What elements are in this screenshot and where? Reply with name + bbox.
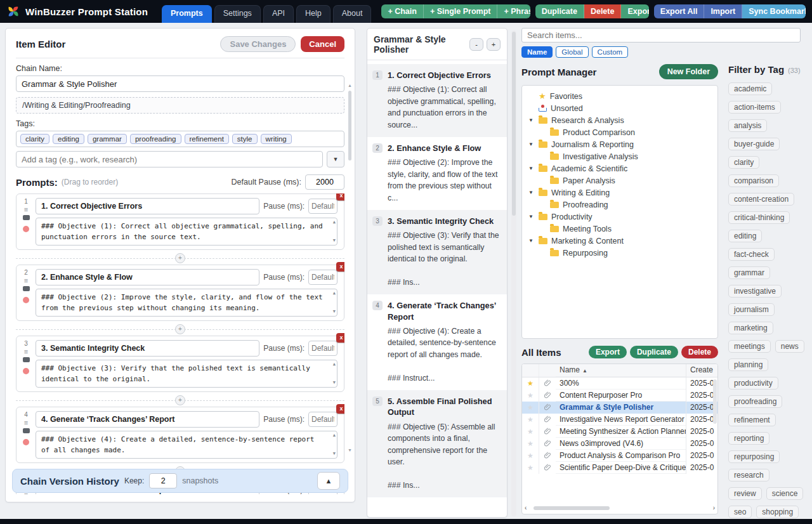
editor-tag-chip[interactable]: style xyxy=(232,134,258,144)
new-folder-button[interactable]: New Folder xyxy=(659,64,718,79)
filter-tag-chip[interactable]: analysis xyxy=(728,119,767,132)
prompt-title-input[interactable] xyxy=(36,340,259,357)
scroll-down-icon[interactable]: ▼ xyxy=(347,448,353,452)
filter-tag-chip[interactable]: science xyxy=(766,487,804,500)
filter-tag-chip[interactable]: repurposing xyxy=(728,450,780,463)
tree-subfolder[interactable]: Paper Analysis xyxy=(522,174,717,187)
preview-step[interactable]: 11. Correct Objective Errors### Objectiv… xyxy=(367,64,507,137)
caret-down-icon[interactable]: ▼ xyxy=(528,238,535,244)
star-icon[interactable]: ★ xyxy=(522,414,539,426)
filter-tag-chip[interactable]: comparison xyxy=(728,174,779,187)
drag-handle-icon[interactable]: ≡ xyxy=(24,207,28,212)
caret-down-icon[interactable]: ▼ xyxy=(528,117,535,123)
scroll-right-icon[interactable]: › xyxy=(713,504,715,512)
editor-tag-chip[interactable]: grammar xyxy=(88,134,127,144)
textarea-scroll-up-icon[interactable]: ▲ xyxy=(333,290,336,297)
singleprompt-button[interactable]: + Single Prompt xyxy=(424,4,498,18)
tree-subfolder[interactable]: Product Comparison xyxy=(522,126,717,138)
filter-tag-chip[interactable]: refinement xyxy=(728,414,776,426)
filter-tag-chip[interactable]: research xyxy=(728,469,769,481)
preview-step[interactable]: 55. Assemble Final Polished Output### Ob… xyxy=(367,390,507,497)
insert-prompt-button[interactable]: + xyxy=(175,324,185,334)
comment-bubble-icon[interactable] xyxy=(23,215,30,220)
chain-button[interactable]: + Chain xyxy=(381,4,424,18)
filter-global-button[interactable]: Global xyxy=(556,46,588,58)
drag-handle-icon[interactable]: ≡ xyxy=(24,420,28,425)
star-icon[interactable]: ★ xyxy=(522,450,539,462)
tab-about[interactable]: About xyxy=(333,5,372,23)
scrollbar-thumb[interactable] xyxy=(348,91,351,160)
scroll-up-icon[interactable]: ▲ xyxy=(347,83,353,88)
scroll-left-icon[interactable]: ‹ xyxy=(525,504,527,512)
delete-items-button[interactable]: Delete xyxy=(681,346,718,358)
filter-tag-chip[interactable]: news xyxy=(775,340,804,353)
star-icon[interactable]: ★ xyxy=(522,462,539,474)
comment-bubble-icon[interactable] xyxy=(23,286,30,291)
duplicate-button[interactable]: Duplicate xyxy=(535,4,584,18)
pause-input[interactable] xyxy=(308,412,337,427)
filter-tag-chip[interactable]: reporting xyxy=(728,432,769,445)
comment-bubble-icon[interactable] xyxy=(23,428,30,433)
textarea-scroll-up-icon[interactable]: ▲ xyxy=(333,432,336,439)
editor-scrollbar[interactable]: ▲ ▼ xyxy=(347,84,353,451)
tree-folder[interactable]: ▼Writing & Editing xyxy=(522,187,717,199)
editor-tag-chip[interactable]: clarity xyxy=(20,134,49,144)
status-dot-icon[interactable] xyxy=(23,368,29,374)
tree-subfolder[interactable]: Meeting Tools xyxy=(522,223,717,235)
tree-folder[interactable]: ▼Research & Analysis xyxy=(522,114,717,126)
default-pause-input[interactable] xyxy=(305,174,344,190)
textarea-scroll-down-icon[interactable]: ▼ xyxy=(333,237,336,244)
delete-button[interactable]: Delete xyxy=(584,4,622,18)
table-row[interactable]: ★Meeting Synthesizer & Action Planner202… xyxy=(522,426,717,438)
filter-tag-chip[interactable]: critical-thinking xyxy=(728,211,790,224)
table-row[interactable]: ★Grammar & Style Polisher2025-0 xyxy=(522,402,717,414)
status-dot-icon[interactable] xyxy=(23,297,29,303)
filter-tag-chip[interactable]: meetings xyxy=(728,340,771,353)
import-button[interactable]: Import xyxy=(704,4,742,18)
filter-custom-button[interactable]: Custom xyxy=(592,46,629,58)
phrase-button[interactable]: + Phrase xyxy=(497,4,530,18)
textarea-scroll-down-icon[interactable]: ▼ xyxy=(333,450,336,457)
preview-step[interactable]: 22. Enhance Style & Flow### Objective (2… xyxy=(367,137,507,210)
tree-subfolder[interactable]: Proofreading xyxy=(522,199,717,211)
font-increase-button[interactable]: + xyxy=(487,38,501,51)
drag-handle-icon[interactable]: ≡ xyxy=(24,278,28,283)
table-row[interactable]: ★Content Repurposer Pro2025-0 xyxy=(522,390,717,402)
preview-step[interactable]: 44. Generate ‘Track Changes’ Report### O… xyxy=(367,294,507,390)
textarea-scroll-down-icon[interactable]: ▼ xyxy=(333,308,336,315)
preview-step[interactable]: 33. Semantic Integrity Check### Objectiv… xyxy=(367,210,507,294)
filter-tag-chip[interactable]: clarity xyxy=(728,156,759,169)
add-tag-input[interactable] xyxy=(16,151,323,167)
tree-subfolder[interactable]: Investigative Analysis xyxy=(522,150,717,162)
filter-tag-chip[interactable]: content-creation xyxy=(728,193,794,206)
star-icon[interactable]: ★ xyxy=(522,438,539,450)
hscrollbar-thumb[interactable] xyxy=(534,506,610,510)
prompt-title-input[interactable] xyxy=(36,411,259,428)
filter-tag-chip[interactable]: fact-check xyxy=(728,248,775,261)
table-vertical-scrollbar[interactable] xyxy=(713,379,717,424)
preview-scrollbar[interactable] xyxy=(511,30,516,516)
filter-tag-chip[interactable]: shopping xyxy=(756,506,799,518)
star-icon[interactable]: ★ xyxy=(522,402,539,414)
textarea-scroll-up-icon[interactable]: ▲ xyxy=(333,219,336,226)
star-icon[interactable]: ★ xyxy=(522,426,539,438)
tab-settings[interactable]: Settings xyxy=(214,5,261,23)
prompt-title-input[interactable] xyxy=(36,198,259,214)
tree-folder[interactable]: ▼Marketing & Content xyxy=(522,235,717,247)
keep-snapshots-input[interactable] xyxy=(149,473,177,488)
duplicate-items-button[interactable]: Duplicate xyxy=(630,346,678,358)
editor-tag-chip[interactable]: editing xyxy=(53,134,84,144)
pause-input[interactable] xyxy=(308,270,337,285)
preview-scrollbar-thumb[interactable] xyxy=(512,32,516,216)
table-row[interactable]: ★300%2025-0 xyxy=(522,377,717,390)
editor-tag-chip[interactable]: writing xyxy=(261,134,292,144)
cancel-button[interactable]: Cancel xyxy=(301,36,344,52)
exportall-button[interactable]: Export All xyxy=(654,4,705,18)
pause-input[interactable] xyxy=(308,341,337,356)
comment-bubble-icon[interactable] xyxy=(23,357,30,362)
caret-down-icon[interactable]: ▼ xyxy=(528,190,535,195)
filter-tag-chip[interactable]: planning xyxy=(728,358,768,371)
tree-item-favorites[interactable]: ★Favorites xyxy=(522,90,717,102)
prompt-body-input[interactable]: ### Objective (1): Correct all objective… xyxy=(36,218,337,246)
table-row[interactable]: ★Product Analysis & Comparison Pro2025-0 xyxy=(522,450,717,462)
